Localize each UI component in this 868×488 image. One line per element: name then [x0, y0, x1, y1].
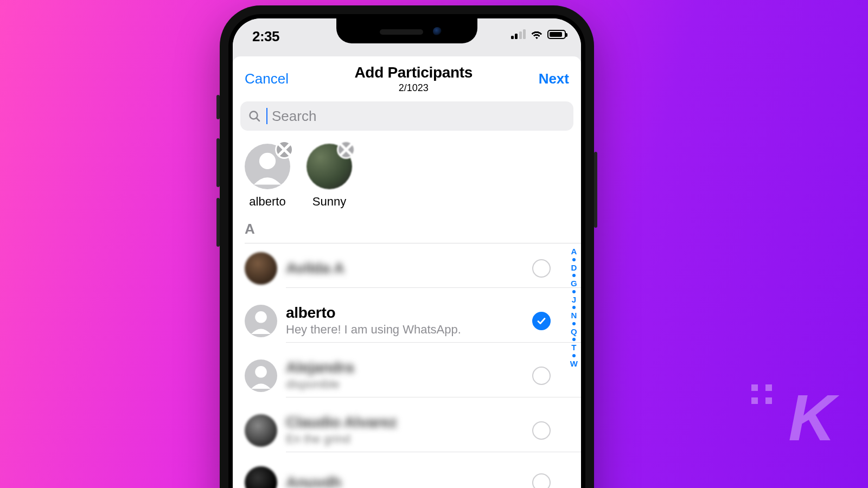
- contact-name: Alejandra: [286, 359, 555, 376]
- index-dot: [572, 274, 576, 277]
- index-dot: [572, 290, 576, 293]
- contact-row[interactable]: Avilda A: [233, 243, 581, 293]
- index-letter[interactable]: T: [571, 342, 576, 353]
- avatar: [245, 466, 277, 488]
- index-dot: [572, 258, 576, 261]
- contact-name: Avilda A: [286, 260, 555, 277]
- selection-checkbox[interactable]: [532, 473, 551, 488]
- selected-chip-alberto: alberto: [245, 144, 290, 209]
- index-letter[interactable]: D: [571, 262, 577, 273]
- contact-status: En the grind: [286, 432, 555, 446]
- avatar: [245, 252, 277, 285]
- avatar: [245, 414, 277, 447]
- selected-participants: alberto Sunny: [233, 136, 581, 219]
- index-letter[interactable]: J: [572, 294, 576, 305]
- search-field[interactable]: [240, 101, 573, 131]
- avatar: [245, 359, 277, 392]
- checkmark-icon: [537, 316, 546, 326]
- wifi-icon: [530, 29, 543, 39]
- chip-label: Sunny: [312, 195, 346, 209]
- index-dot: [572, 306, 576, 309]
- contact-name: Claudio Alvarez: [286, 414, 555, 431]
- svg-point-4: [255, 366, 267, 378]
- hero-background: 2:35 Cancel Add Participants 2/1023: [0, 0, 868, 488]
- index-letter[interactable]: W: [570, 358, 578, 369]
- svg-point-2: [259, 153, 276, 169]
- contact-row[interactable]: alberto Hey there! I am using WhatsApp.: [233, 293, 581, 348]
- index-letter[interactable]: G: [571, 278, 577, 289]
- chip-label: alberto: [249, 195, 285, 209]
- contact-status: disponible: [286, 377, 555, 391]
- contact-row[interactable]: Alejandra disponible: [233, 348, 581, 403]
- status-time: 2:35: [248, 26, 279, 45]
- watermark-logo: K: [788, 385, 835, 450]
- battery-icon: [547, 30, 566, 39]
- index-dot: [572, 322, 576, 325]
- avatar: [307, 144, 352, 189]
- svg-line-1: [257, 118, 259, 121]
- close-icon: [339, 142, 354, 157]
- section-header: A: [233, 219, 581, 243]
- index-letter[interactable]: Q: [571, 326, 577, 337]
- svg-point-3: [255, 311, 267, 323]
- watermark-dots: [751, 384, 773, 404]
- cellular-signal-icon: [511, 29, 526, 39]
- index-dot: [572, 338, 576, 341]
- avatar: [245, 144, 290, 189]
- alpha-index[interactable]: A D G J N Q T W: [570, 246, 578, 369]
- phone-power-button: [594, 152, 597, 228]
- contact-status: Hey there! I am using WhatsApp.: [286, 323, 555, 337]
- phone-frame: 2:35 Cancel Add Participants 2/1023: [220, 5, 594, 488]
- text-cursor: [266, 108, 267, 124]
- participant-count: 2/1023: [354, 82, 473, 94]
- phone-screen: 2:35 Cancel Add Participants 2/1023: [233, 18, 581, 488]
- contact-row[interactable]: Anuvdh: [233, 458, 581, 488]
- search-icon: [248, 110, 261, 123]
- avatar: [245, 305, 277, 337]
- index-letter[interactable]: A: [571, 246, 577, 257]
- contact-name: alberto: [286, 304, 555, 322]
- selection-checkbox[interactable]: [532, 259, 551, 278]
- contact-name: Anuvdh: [286, 474, 555, 488]
- contact-row[interactable]: Claudio Alvarez En the grind: [233, 403, 581, 458]
- selection-checkbox[interactable]: [532, 421, 551, 440]
- remove-participant-button[interactable]: [275, 140, 293, 159]
- next-button[interactable]: Next: [539, 70, 569, 87]
- search-input[interactable]: [272, 108, 566, 125]
- phone-notch: [336, 18, 477, 43]
- remove-participant-button[interactable]: [337, 140, 355, 159]
- selection-checkbox[interactable]: [532, 367, 551, 385]
- selected-chip-sunny: Sunny: [307, 144, 352, 209]
- selection-checkbox[interactable]: [532, 312, 551, 330]
- sheet-title: Add Participants: [354, 64, 473, 81]
- index-dot: [572, 354, 576, 357]
- sheet-header: Cancel Add Participants 2/1023 Next: [233, 56, 581, 98]
- cancel-button[interactable]: Cancel: [245, 70, 289, 87]
- close-icon: [277, 142, 292, 157]
- index-letter[interactable]: N: [571, 310, 577, 321]
- add-participants-sheet: Cancel Add Participants 2/1023 Next: [233, 56, 581, 488]
